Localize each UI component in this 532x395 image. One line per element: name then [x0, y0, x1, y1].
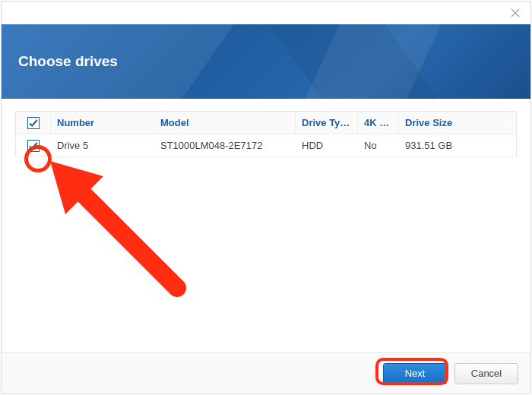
cell-drive-size: 931.51 GB — [399, 134, 516, 156]
select-all-checkbox[interactable] — [27, 117, 40, 129]
next-button[interactable]: Next — [383, 363, 447, 384]
cell-drive-type: HDD — [296, 134, 358, 156]
table-header-row: Number Model Drive Ty… 4K … Drive Size — [16, 112, 516, 134]
row-checkbox[interactable] — [27, 140, 40, 152]
dialog-window: Choose drives Number Model Drive Ty… 4K … — [1, 1, 531, 394]
cell-model: ST1000LM048-2E7172 — [154, 134, 296, 156]
drives-table: Number Model Drive Ty… 4K … Drive Size D… — [15, 111, 517, 157]
content-area: Number Model Drive Ty… 4K … Drive Size D… — [2, 99, 530, 352]
cell-number: Drive 5 — [51, 134, 154, 156]
column-header-drive-type[interactable]: Drive Ty… — [296, 112, 358, 134]
header-band: Choose drives — [2, 24, 530, 99]
titlebar — [2, 2, 530, 24]
page-title: Choose drives — [18, 53, 118, 70]
column-header-drive-size[interactable]: Drive Size — [399, 112, 516, 134]
table-row[interactable]: Drive 5 ST1000LM048-2E7172 HDD No 931.51… — [16, 134, 516, 157]
column-header-model[interactable]: Model — [154, 112, 296, 134]
cancel-button[interactable]: Cancel — [454, 363, 518, 384]
close-icon[interactable] — [509, 7, 521, 19]
column-header-number[interactable]: Number — [51, 112, 154, 134]
row-checkbox-cell — [16, 134, 51, 156]
column-header-4k[interactable]: 4K … — [358, 112, 399, 134]
cell-4k: No — [358, 134, 399, 156]
column-header-checkbox — [16, 112, 51, 134]
dialog-footer: Next Cancel — [2, 352, 530, 393]
